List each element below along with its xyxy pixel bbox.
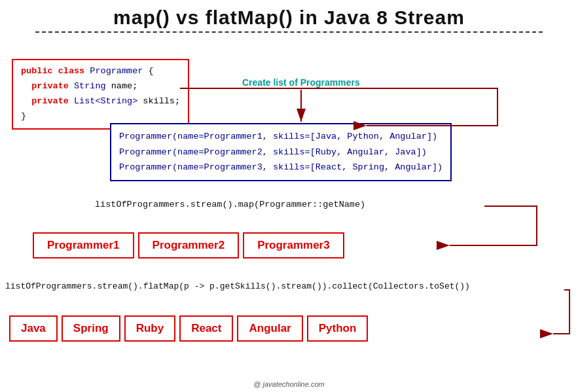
programmer-item-3: Programmer(name=Programmer3, skills=[Rea… xyxy=(119,160,443,175)
result-programmer3: Programmer3 xyxy=(243,232,344,258)
result-python: Python xyxy=(307,315,369,342)
result-spring: Spring xyxy=(62,315,120,342)
class-name: Programmer xyxy=(90,66,148,76)
result-ruby: Ruby xyxy=(124,315,176,342)
result-programmer2: Programmer2 xyxy=(138,232,240,258)
footer: @ javatechonline.com xyxy=(0,380,578,388)
title-section: map() vs flatMap() in Java 8 Stream xyxy=(13,7,565,33)
programmer-list-box: Programmer(name=Programmer1, skills=[Jav… xyxy=(110,123,452,181)
title-underline xyxy=(35,31,543,33)
keyword-private1: private xyxy=(21,81,74,91)
string-type: String xyxy=(74,81,106,91)
programmer-item-1: Programmer(name=Programmer1, skills=[Jav… xyxy=(119,129,443,145)
open-brace: { xyxy=(148,66,153,76)
class-box: public class Programmer { private String… xyxy=(12,59,189,130)
map-code-line: listOfProgrammers.stream().map(Programme… xyxy=(95,200,365,209)
create-list-label: Create list of Programmers xyxy=(242,77,360,88)
main-container: map() vs flatMap() in Java 8 Stream publ… xyxy=(0,0,578,392)
result-java: Java xyxy=(9,315,58,342)
main-title: map() vs flatMap() in Java 8 Stream xyxy=(13,7,565,29)
result-programmer1: Programmer1 xyxy=(33,232,134,258)
flatmap-results: Java Spring Ruby React Angular Python xyxy=(9,315,372,342)
programmer-item-2: Programmer(name=Programmer2, skills=[Rub… xyxy=(119,145,443,160)
keyword-public: public xyxy=(21,66,58,76)
name-field: name; xyxy=(106,81,138,91)
keyword-class: class xyxy=(58,66,90,76)
list-type: List<String> xyxy=(74,96,137,106)
flatmap-code-line: listOfProgrammers.stream().flatMap(p -> … xyxy=(5,281,470,291)
keyword-private2: private xyxy=(21,96,74,106)
close-brace: } xyxy=(21,111,26,121)
skills-field: skills; xyxy=(137,96,180,106)
result-react: React xyxy=(179,315,233,342)
result-angular: Angular xyxy=(237,315,302,342)
stream-results: Programmer1 Programmer2 Programmer3 xyxy=(33,232,348,258)
